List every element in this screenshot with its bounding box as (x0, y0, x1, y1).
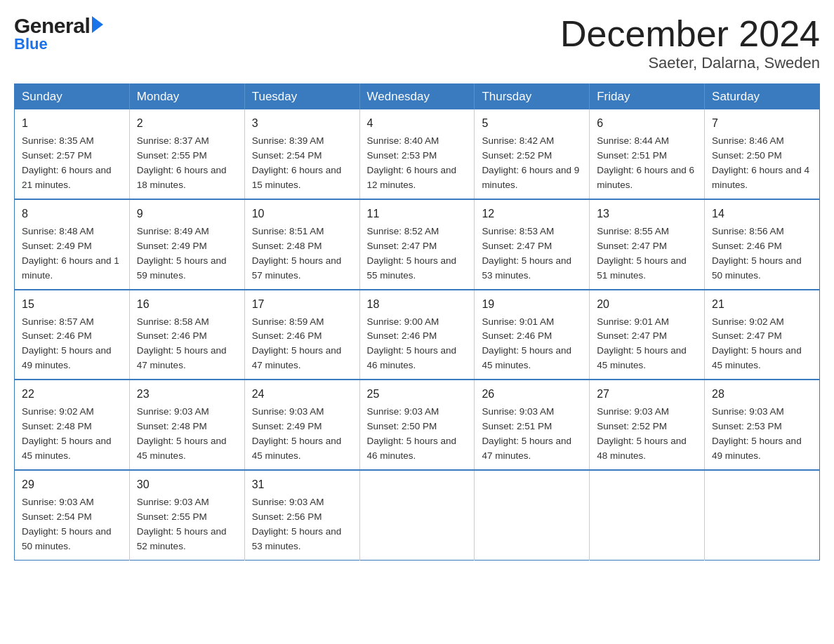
title-block: December 2024 Saeter, Dalarna, Sweden (560, 14, 820, 72)
day-number: 14 (712, 206, 812, 222)
logo: General Blue (14, 14, 103, 53)
calendar-cell: 25 Sunrise: 9:03 AMSunset: 2:50 PMDaylig… (359, 380, 475, 470)
calendar-cell: 21 Sunrise: 9:02 AMSunset: 2:47 PMDaylig… (705, 290, 820, 380)
calendar-cell: 26 Sunrise: 9:03 AMSunset: 2:51 PMDaylig… (475, 380, 590, 470)
day-info: Sunrise: 9:02 AMSunset: 2:47 PMDaylight:… (712, 315, 812, 374)
day-number: 25 (367, 386, 468, 403)
calendar-cell: 9 Sunrise: 8:49 AMSunset: 2:49 PMDayligh… (129, 199, 244, 290)
day-info: Sunrise: 8:40 AMSunset: 2:53 PMDaylight:… (367, 134, 468, 193)
day-number: 5 (482, 115, 582, 132)
day-number: 15 (22, 296, 122, 313)
header-thursday: Thursday (475, 84, 590, 110)
day-number: 4 (367, 115, 468, 132)
calendar-week-row: 1 Sunrise: 8:35 AMSunset: 2:57 PMDayligh… (15, 109, 820, 199)
day-info: Sunrise: 8:37 AMSunset: 2:55 PMDaylight:… (137, 134, 237, 193)
calendar-cell (590, 470, 705, 560)
calendar-cell: 20 Sunrise: 9:01 AMSunset: 2:47 PMDaylig… (590, 290, 705, 380)
day-info: Sunrise: 8:57 AMSunset: 2:46 PMDaylight:… (22, 315, 122, 374)
calendar-cell (475, 470, 590, 560)
day-number: 8 (22, 206, 122, 222)
page-subtitle: Saeter, Dalarna, Sweden (560, 54, 820, 72)
calendar-cell: 11 Sunrise: 8:52 AMSunset: 2:47 PMDaylig… (359, 199, 475, 290)
day-number: 12 (482, 206, 582, 222)
day-number: 13 (597, 206, 697, 222)
calendar-cell: 4 Sunrise: 8:40 AMSunset: 2:53 PMDayligh… (359, 109, 475, 199)
day-info: Sunrise: 8:58 AMSunset: 2:46 PMDaylight:… (137, 315, 237, 374)
day-info: Sunrise: 9:02 AMSunset: 2:48 PMDaylight:… (22, 405, 122, 464)
calendar-cell: 8 Sunrise: 8:48 AMSunset: 2:49 PMDayligh… (15, 199, 130, 290)
day-info: Sunrise: 9:03 AMSunset: 2:55 PMDaylight:… (137, 495, 237, 554)
day-info: Sunrise: 8:48 AMSunset: 2:49 PMDaylight:… (22, 224, 122, 283)
calendar-header-row: Sunday Monday Tuesday Wednesday Thursday… (15, 84, 820, 110)
calendar-cell (705, 470, 820, 560)
header-friday: Friday (590, 84, 705, 110)
calendar-cell: 30 Sunrise: 9:03 AMSunset: 2:55 PMDaylig… (129, 470, 244, 560)
day-info: Sunrise: 9:03 AMSunset: 2:54 PMDaylight:… (22, 495, 122, 554)
day-info: Sunrise: 8:35 AMSunset: 2:57 PMDaylight:… (22, 134, 122, 193)
logo-general-text: General (14, 14, 90, 38)
day-info: Sunrise: 8:46 AMSunset: 2:50 PMDaylight:… (712, 134, 812, 193)
calendar-cell: 3 Sunrise: 8:39 AMSunset: 2:54 PMDayligh… (244, 109, 359, 199)
calendar-cell: 24 Sunrise: 9:03 AMSunset: 2:49 PMDaylig… (244, 380, 359, 470)
day-number: 17 (252, 296, 352, 313)
calendar-week-row: 15 Sunrise: 8:57 AMSunset: 2:46 PMDaylig… (15, 290, 820, 380)
calendar-week-row: 29 Sunrise: 9:03 AMSunset: 2:54 PMDaylig… (15, 470, 820, 560)
calendar-cell: 27 Sunrise: 9:03 AMSunset: 2:52 PMDaylig… (590, 380, 705, 470)
calendar-cell (359, 470, 475, 560)
header-saturday: Saturday (705, 84, 820, 110)
calendar-week-row: 8 Sunrise: 8:48 AMSunset: 2:49 PMDayligh… (15, 199, 820, 290)
day-number: 29 (22, 476, 122, 493)
header-sunday: Sunday (15, 84, 130, 110)
day-info: Sunrise: 8:56 AMSunset: 2:46 PMDaylight:… (712, 224, 812, 283)
day-number: 7 (712, 115, 812, 132)
header-monday: Monday (129, 84, 244, 110)
day-number: 11 (367, 206, 468, 222)
day-number: 3 (252, 115, 352, 132)
calendar-cell: 18 Sunrise: 9:00 AMSunset: 2:46 PMDaylig… (359, 290, 475, 380)
day-info: Sunrise: 8:44 AMSunset: 2:51 PMDaylight:… (597, 134, 697, 193)
calendar-cell: 31 Sunrise: 9:03 AMSunset: 2:56 PMDaylig… (244, 470, 359, 560)
day-info: Sunrise: 9:00 AMSunset: 2:46 PMDaylight:… (367, 315, 468, 374)
day-number: 10 (252, 206, 352, 222)
calendar-cell: 1 Sunrise: 8:35 AMSunset: 2:57 PMDayligh… (15, 109, 130, 199)
day-number: 16 (137, 296, 237, 313)
day-number: 9 (137, 206, 237, 222)
calendar-cell: 5 Sunrise: 8:42 AMSunset: 2:52 PMDayligh… (475, 109, 590, 199)
day-info: Sunrise: 9:03 AMSunset: 2:56 PMDaylight:… (252, 495, 352, 554)
day-number: 23 (137, 386, 237, 403)
header-tuesday: Tuesday (244, 84, 359, 110)
calendar-cell: 14 Sunrise: 8:56 AMSunset: 2:46 PMDaylig… (705, 199, 820, 290)
calendar-cell: 28 Sunrise: 9:03 AMSunset: 2:53 PMDaylig… (705, 380, 820, 470)
day-number: 2 (137, 115, 237, 132)
calendar-cell: 13 Sunrise: 8:55 AMSunset: 2:47 PMDaylig… (590, 199, 705, 290)
day-info: Sunrise: 8:49 AMSunset: 2:49 PMDaylight:… (137, 224, 237, 283)
day-number: 24 (252, 386, 352, 403)
day-info: Sunrise: 8:51 AMSunset: 2:48 PMDaylight:… (252, 224, 352, 283)
page-header: General Blue December 2024 Saeter, Dalar… (14, 14, 820, 72)
calendar-cell: 7 Sunrise: 8:46 AMSunset: 2:50 PMDayligh… (705, 109, 820, 199)
calendar-cell: 19 Sunrise: 9:01 AMSunset: 2:46 PMDaylig… (475, 290, 590, 380)
day-info: Sunrise: 9:03 AMSunset: 2:50 PMDaylight:… (367, 405, 468, 464)
calendar-cell: 16 Sunrise: 8:58 AMSunset: 2:46 PMDaylig… (129, 290, 244, 380)
day-number: 30 (137, 476, 237, 493)
day-number: 18 (367, 296, 468, 313)
day-number: 26 (482, 386, 582, 403)
day-info: Sunrise: 9:03 AMSunset: 2:53 PMDaylight:… (712, 405, 812, 464)
day-info: Sunrise: 9:03 AMSunset: 2:51 PMDaylight:… (482, 405, 582, 464)
calendar-table: Sunday Monday Tuesday Wednesday Thursday… (14, 83, 820, 560)
calendar-cell: 15 Sunrise: 8:57 AMSunset: 2:46 PMDaylig… (15, 290, 130, 380)
day-number: 1 (22, 115, 122, 132)
day-info: Sunrise: 8:52 AMSunset: 2:47 PMDaylight:… (367, 224, 468, 283)
day-info: Sunrise: 9:03 AMSunset: 2:49 PMDaylight:… (252, 405, 352, 464)
day-info: Sunrise: 8:42 AMSunset: 2:52 PMDaylight:… (482, 134, 582, 193)
day-info: Sunrise: 9:03 AMSunset: 2:48 PMDaylight:… (137, 405, 237, 464)
logo-arrow-icon (92, 16, 103, 33)
day-info: Sunrise: 8:53 AMSunset: 2:47 PMDaylight:… (482, 224, 582, 283)
calendar-cell: 12 Sunrise: 8:53 AMSunset: 2:47 PMDaylig… (475, 199, 590, 290)
day-number: 28 (712, 386, 812, 403)
day-number: 20 (597, 296, 697, 313)
calendar-cell: 29 Sunrise: 9:03 AMSunset: 2:54 PMDaylig… (15, 470, 130, 560)
page-title: December 2024 (560, 14, 820, 54)
day-number: 31 (252, 476, 352, 493)
calendar-cell: 23 Sunrise: 9:03 AMSunset: 2:48 PMDaylig… (129, 380, 244, 470)
